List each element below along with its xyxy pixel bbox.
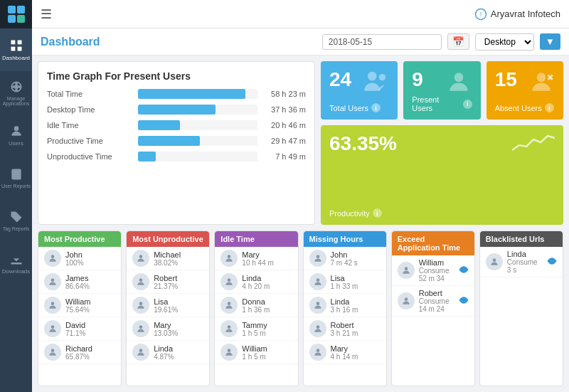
stats-cards: 24 Total Users i 9	[321, 61, 563, 225]
sidebar-item-user-reports[interactable]: User Reports	[0, 157, 32, 199]
svg-point-27	[51, 278, 55, 282]
user-avatar-icon	[136, 277, 146, 287]
table-row: Richard 65.87%	[38, 341, 121, 364]
svg-point-48	[404, 297, 408, 301]
logo-icon	[6, 4, 26, 24]
svg-rect-7	[17, 47, 21, 51]
user-stat: 21.37%	[154, 282, 178, 290]
user-name: Linda	[331, 297, 358, 306]
filter-button[interactable]: ▼	[540, 33, 560, 50]
date-input[interactable]	[322, 34, 442, 50]
user-info: John 7 m 42 s	[331, 250, 358, 267]
table-card: Blacklisted Urls Linda Consume 3 s	[479, 231, 563, 386]
avatar	[132, 250, 149, 267]
avatar	[309, 250, 326, 267]
table-card-body: Mary 10 h 44 m Linda 4 h 20 m	[215, 247, 297, 386]
user-info: Richard 65.87%	[65, 344, 92, 361]
user-name: Tammy	[242, 321, 267, 329]
user-name: Linda	[507, 250, 543, 258]
user-stat: 3 h 16 m	[331, 306, 358, 314]
productivity-info[interactable]: i	[373, 208, 382, 218]
user-name: Robert	[419, 289, 454, 297]
hamburger-button[interactable]: ☰	[41, 6, 52, 22]
table-card: Missing Hours John 7 m 42 s	[303, 231, 387, 386]
table-card: Exceed Application Time William Consume …	[391, 231, 475, 386]
table-row: Linda Consume 3 s	[480, 247, 563, 277]
table-row: James 86.64%	[38, 270, 121, 294]
avatar	[486, 253, 503, 270]
svg-point-49	[462, 299, 465, 302]
user-name: Richard	[65, 344, 92, 353]
user-info: William Consume 52 m 34	[419, 258, 454, 282]
content-area: Time Graph For Present Users Total Time …	[32, 55, 569, 392]
sidebar-item-dashboard[interactable]: Dashboard	[0, 28, 32, 71]
chart-row: Desktop Time 37 h 36 m	[47, 105, 306, 115]
user-stat: 4.87%	[154, 353, 174, 361]
user-name: Linda	[242, 274, 270, 282]
user-info: Robert 21.37%	[154, 274, 178, 290]
avatar	[220, 250, 238, 267]
user-info: William 1 h 5 m	[242, 344, 267, 361]
user-avatar-icon	[224, 300, 234, 310]
user-avatar-icon	[48, 324, 58, 334]
user-avatar-icon	[224, 324, 234, 334]
view-select[interactable]: Desktop Mobile	[475, 33, 534, 51]
svg-point-32	[139, 278, 143, 282]
avatar	[132, 344, 149, 361]
absent-users-info[interactable]: i	[545, 103, 554, 112]
chart-bar	[138, 105, 216, 115]
svg-rect-17	[11, 263, 21, 265]
chart-bar	[138, 136, 200, 146]
user-stat: 7 m 42 s	[331, 259, 358, 267]
eye-icon[interactable]	[459, 295, 469, 307]
user-stat: 75.64%	[65, 306, 90, 314]
sidebar-item-tag-reports[interactable]: Tag Reports	[0, 199, 32, 242]
user-stat: 3 h 21 m	[331, 329, 358, 337]
dashboard-icon	[9, 38, 23, 53]
user-avatar-icon	[401, 296, 411, 306]
sidebar-item-manage-applications[interactable]: Manage Applications	[0, 71, 32, 114]
sidebar-item-label: Downloads	[2, 268, 31, 275]
avatar	[44, 297, 61, 314]
user-stat: 4 h 14 m	[331, 353, 358, 361]
present-users-info[interactable]: i	[463, 100, 472, 109]
present-users-number: 9	[412, 68, 423, 91]
svg-rect-0	[8, 6, 16, 14]
tag-reports-icon	[9, 210, 23, 224]
user-info: Linda 4 h 20 m	[242, 274, 270, 290]
chart-bar	[138, 152, 156, 161]
total-users-info[interactable]: i	[371, 103, 381, 112]
user-info: Mary 10 h 44 m	[242, 250, 273, 267]
manage-apps-icon	[9, 80, 23, 94]
bottom-section: Most Productive John 100%	[38, 231, 563, 386]
table-card-body: John 100% James 86.64%	[38, 247, 121, 386]
svg-point-36	[228, 255, 231, 258]
avatar	[44, 273, 61, 290]
user-avatar-icon	[313, 277, 323, 287]
chart-row: Idle Time 20 h 46 m	[47, 120, 306, 130]
svg-point-37	[228, 278, 231, 282]
productivity-card: 63.35% Productivity i	[321, 125, 563, 225]
user-info: Linda Consume 3 s	[507, 250, 543, 274]
user-reports-icon	[9, 167, 23, 181]
user-avatar-icon	[489, 257, 499, 267]
user-info: Linda 4.87%	[154, 344, 174, 361]
user-info: Lisa 1 h 33 m	[331, 274, 358, 290]
table-row: Linda 3 h 16 m	[304, 294, 386, 317]
avatar	[309, 320, 326, 337]
user-name: Robert	[331, 321, 358, 329]
chart-row: Productive Time 29 h 47 m	[47, 136, 306, 146]
table-card-body: John 7 m 42 s Lisa 1 h 33 m	[304, 247, 386, 386]
sidebar-item-label: Dashboard	[2, 55, 30, 61]
chart-label: Total Time	[47, 90, 132, 98]
svg-rect-4	[11, 41, 15, 45]
calendar-button[interactable]: 📅	[447, 33, 469, 50]
sidebar-item-downloads[interactable]: Downloads	[0, 242, 32, 285]
productivity-label: Productivity i	[329, 208, 555, 218]
sidebar-item-users[interactable]: Users	[0, 114, 32, 157]
svg-point-22	[454, 73, 463, 82]
eye-icon[interactable]	[459, 265, 469, 277]
svg-point-50	[493, 258, 496, 262]
eye-icon[interactable]	[547, 256, 557, 268]
present-users-icon	[445, 68, 472, 95]
